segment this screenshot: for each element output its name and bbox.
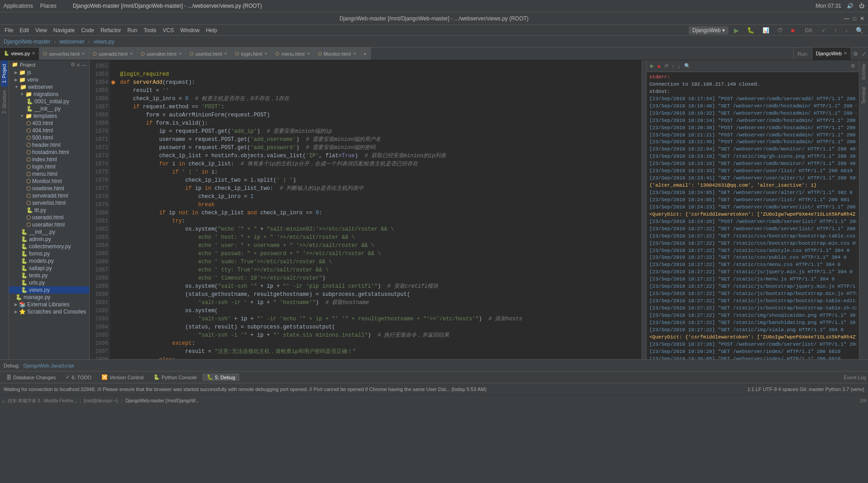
taskbar-home-icon[interactable]: ⌂ bbox=[2, 398, 5, 404]
minimize-button[interactable]: — bbox=[844, 15, 849, 22]
menu-refactor[interactable]: Refactor bbox=[98, 26, 124, 34]
run-output-content[interactable]: stderr: Connection to 192.168.217.149 cl… bbox=[647, 72, 859, 359]
git-update-icon[interactable]: ↑ bbox=[831, 26, 839, 34]
bottom-tab-vcs[interactable]: 🔀 Version Control bbox=[97, 373, 148, 381]
tree-templates-folder[interactable]: ▼ 📁 templates bbox=[9, 112, 89, 120]
tree-menu[interactable]: ⬡ menu.html bbox=[9, 170, 89, 178]
tree-venv-folder[interactable]: ▶ 📁 venv bbox=[9, 76, 89, 83]
menu-help[interactable]: Help bbox=[203, 26, 220, 34]
tab-close-icon[interactable]: ✕ bbox=[307, 51, 310, 56]
maximize-button[interactable]: □ bbox=[853, 15, 856, 22]
tab-close-icon[interactable]: ✕ bbox=[224, 51, 227, 56]
git-commit-icon[interactable]: ↓ bbox=[842, 26, 850, 34]
tree-admin[interactable]: 🐍 admin.py bbox=[9, 236, 89, 243]
tree-monitor[interactable]: ⬡ Monitor.html bbox=[9, 178, 89, 185]
tree-init2[interactable]: 🐍 __init__.py bbox=[9, 228, 89, 236]
tree-saltapi[interactable]: 🐍 saltapi.py bbox=[9, 265, 89, 272]
tree-collectmemory[interactable]: 🐍 collectmemory.py bbox=[9, 243, 89, 250]
tab-serverlist[interactable]: ⬡ serverlist.html ✕ bbox=[39, 48, 89, 60]
debug-item[interactable]: DjangoWeb JavaScript bbox=[23, 363, 74, 368]
power-icon[interactable]: ⏻ bbox=[859, 3, 864, 9]
tree-useradd[interactable]: ⬡ useradd.html bbox=[9, 214, 89, 221]
stop-icon[interactable]: ■ bbox=[788, 26, 797, 35]
tree-tests[interactable]: 🐍 tests.py bbox=[9, 272, 89, 279]
git-check-icon[interactable]: ✓ bbox=[819, 26, 829, 34]
menu-run[interactable]: Run bbox=[125, 26, 140, 34]
tree-urls[interactable]: 🐍 urls.py bbox=[9, 279, 89, 286]
tree-external-libraries[interactable]: ▶ 📚 External Libraries bbox=[9, 301, 89, 308]
tree-serverlist[interactable]: ⬡ serverlist.html bbox=[9, 199, 89, 207]
code-text[interactable]: @login_required def serverAdd(request): … bbox=[116, 60, 642, 359]
tree-forms[interactable]: 🐍 forms.py bbox=[9, 250, 89, 257]
structure-panel-label[interactable]: 2: Structure bbox=[1, 87, 8, 117]
coverage-icon[interactable]: 📊 bbox=[760, 26, 772, 34]
stop-icon[interactable]: ■ bbox=[657, 63, 661, 69]
tree-index[interactable]: ⬡ index.html bbox=[9, 156, 89, 163]
scm-icon[interactable]: SciView bbox=[860, 60, 867, 83]
tree-0001-initial[interactable]: 🐍 0001_initial.py bbox=[9, 98, 89, 105]
tree-migrations-folder[interactable]: ▼ 📁 migrations bbox=[9, 91, 89, 98]
tree-useralter[interactable]: ⬡ useralter.html bbox=[9, 221, 89, 228]
close-button[interactable]: ✕ bbox=[860, 15, 864, 22]
rerun-icon[interactable]: ↺ bbox=[664, 63, 668, 69]
terminal-icon[interactable]: Terminal bbox=[860, 83, 867, 108]
menu-code[interactable]: Code bbox=[78, 26, 97, 34]
tab-close-icon[interactable]: ✕ bbox=[82, 51, 85, 56]
tree-403[interactable]: ⬡ 403.html bbox=[9, 120, 89, 127]
tree-favorites[interactable]: ▶ ⭐ Scratches and Consoles bbox=[9, 308, 89, 315]
profile-icon[interactable]: ⏱ bbox=[775, 26, 786, 34]
tree-views[interactable]: 🐍 views.py bbox=[9, 286, 89, 294]
menu-vcs[interactable]: VCS bbox=[160, 26, 177, 34]
menu-file[interactable]: File bbox=[2, 26, 16, 34]
django-web-selector[interactable]: DjangoWeb ▾ bbox=[689, 26, 729, 34]
expand-icon[interactable]: ⤢ bbox=[860, 49, 868, 59]
bottom-tab-debug[interactable]: 🐛 5: Debug bbox=[202, 373, 240, 381]
applications-menu[interactable]: Applications bbox=[4, 3, 33, 9]
volume-icon[interactable]: 🔊 bbox=[847, 3, 854, 9]
tree-js-folder[interactable]: ▶ 📁 js bbox=[9, 69, 89, 76]
bottom-tab-todo[interactable]: ✓ 6: TODO bbox=[61, 373, 96, 381]
tree-serveradd[interactable]: ⬡ serveradd.html bbox=[9, 192, 89, 199]
tab-useralter[interactable]: ⬡ useralter.html ✕ bbox=[137, 48, 186, 60]
tree-500[interactable]: ⬡ 500.html bbox=[9, 134, 89, 141]
minimize-sidebar-icon[interactable]: — bbox=[82, 62, 86, 68]
tab-close-icon[interactable]: ✕ bbox=[32, 51, 35, 56]
scroll-up-icon[interactable]: ↑ bbox=[672, 63, 675, 69]
tab-close-icon[interactable]: ✕ bbox=[353, 51, 356, 56]
menu-window[interactable]: Window bbox=[177, 26, 202, 34]
tab-menu[interactable]: ⬡ menu.html ✕ bbox=[272, 48, 314, 60]
bottom-tab-python-console[interactable]: 🐍 Python Console bbox=[149, 373, 201, 381]
file-breadcrumb[interactable]: views.py bbox=[94, 39, 115, 45]
settings-icon[interactable]: ⚙ bbox=[851, 49, 860, 59]
code-view[interactable]: 18621863186418651866 1867186818691870187… bbox=[90, 60, 646, 359]
tab-close-icon[interactable]: ✕ bbox=[844, 51, 847, 56]
tree-manage[interactable]: 🐍 manage.py bbox=[9, 294, 89, 301]
menu-navigate[interactable]: Navigate bbox=[51, 26, 77, 34]
project-panel-label[interactable]: 1: Project bbox=[1, 60, 8, 87]
tab-overflow[interactable]: ▸ bbox=[360, 48, 371, 60]
filter-icon[interactable]: 🔍 bbox=[684, 63, 691, 69]
tree-hostadmin[interactable]: ⬡ hostadmin.html bbox=[9, 149, 89, 156]
project-name[interactable]: DjangoWeb-master bbox=[4, 39, 50, 45]
tab-views-py[interactable]: 🐍 views.py ✕ bbox=[0, 48, 39, 60]
menu-edit[interactable]: Edit bbox=[17, 26, 32, 34]
places-menu[interactable]: Places bbox=[40, 3, 57, 9]
menu-tools[interactable]: Tools bbox=[141, 26, 159, 34]
tab-djangoweb[interactable]: DjangoWeb ✕ bbox=[812, 48, 851, 60]
debug-icon[interactable]: 🐛 bbox=[744, 26, 757, 34]
tab-useradd[interactable]: ⬡ useradd.html ✕ bbox=[89, 48, 137, 60]
menu-view[interactable]: View bbox=[33, 26, 50, 34]
tab-close-icon[interactable]: ✕ bbox=[178, 51, 182, 56]
tree-404[interactable]: ⬡ 404.html bbox=[9, 127, 89, 134]
scroll-down-icon[interactable]: ↓ bbox=[678, 63, 681, 69]
tree-webserver-folder[interactable]: ▼ 📁 webserver bbox=[9, 83, 89, 91]
tree-models[interactable]: 🐍 models.py bbox=[9, 257, 89, 265]
collapse-icon[interactable]: ≡ bbox=[77, 62, 80, 68]
tree-nowtime[interactable]: ⬡ nowtime.html bbox=[9, 185, 89, 192]
tree-login[interactable]: ⬡ login.html bbox=[9, 163, 89, 170]
code-editor[interactable]: 18621863186418651866 1867186818691870187… bbox=[90, 60, 646, 359]
tab-login[interactable]: ⬡ login.html ✕ bbox=[231, 48, 272, 60]
tree-init-py[interactable]: 🐍 __init__.py bbox=[9, 105, 89, 112]
search-everywhere-icon[interactable]: 🔍 bbox=[853, 26, 866, 35]
tree-ttt[interactable]: 🐍 ttt.py bbox=[9, 207, 89, 214]
